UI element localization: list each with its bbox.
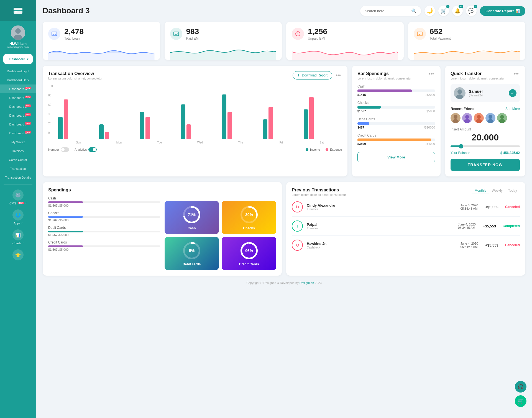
bar-spending-row: Cash $1415 /$2000 [357, 84, 435, 96]
sidebar-item-dashboard-3[interactable]: Dashboard 3 New [0, 84, 36, 93]
cart-float-button[interactable]: 🛒 [515, 395, 526, 407]
amount-slider-track [451, 145, 520, 147]
cms-label: CMS [9, 202, 16, 205]
bar-group [181, 104, 219, 139]
sidebar-section-favorites[interactable]: ⭐ [0, 247, 36, 262]
cart-badge: 2 [446, 5, 449, 8]
dashboard-nav-button[interactable]: Dashboard ▾ [3, 54, 33, 64]
sidebar-nav-label: Transaction Details [5, 176, 31, 179]
x-day-label: Wed [180, 141, 220, 144]
sidebar-item-dashboard-4[interactable]: Dashboard 4 New [0, 93, 36, 102]
amount-slider-thumb[interactable] [459, 144, 463, 148]
search-input[interactable] [365, 9, 409, 13]
message-icon-button[interactable]: 💬 5 [466, 6, 477, 16]
bar-spending-label: Cash [357, 84, 435, 88]
friend-avatar-5[interactable] [497, 113, 507, 123]
income-bar [222, 94, 226, 139]
sidebar-item-transaction[interactable]: Transaction [0, 164, 36, 173]
view-more-button[interactable]: View More [357, 152, 435, 162]
tab-weekly[interactable]: Weekly [489, 188, 505, 194]
gear-icon: ⚙️ [12, 189, 24, 201]
page-title: Dashboard 3 [43, 6, 90, 15]
sidebar-nav-label: My Wallet [11, 140, 25, 144]
svg-point-16 [457, 89, 462, 94]
sidebar-section-apps[interactable]: 🌐 Apps › [0, 207, 36, 227]
sidebar-item-dashboard-7[interactable]: Dashboard 7 New [0, 120, 36, 129]
svg-rect-1 [14, 10, 22, 11]
expense-legend: Expense [326, 148, 342, 151]
svg-point-25 [477, 115, 481, 119]
friend-avatar-3[interactable] [474, 113, 484, 123]
previous-transactions-card: Previous Transactions Lorem ipsum dolor … [286, 182, 525, 276]
bar-spendings-more-button[interactable]: ••• [428, 71, 435, 77]
tab-monthly[interactable]: Monthly [472, 188, 489, 194]
svg-text:71%: 71% [188, 212, 196, 217]
sidebar-item-invoices[interactable]: Invoices [0, 147, 36, 155]
download-btn-label: Download Report [302, 73, 328, 77]
prev-tx-subtitle: Lorem ipsum dolor sit amet, consectetur [292, 193, 346, 196]
sidebar-item-dashboard-6[interactable]: Dashboard 6 New [0, 111, 36, 120]
analytics-switch[interactable] [88, 147, 97, 152]
sidebar-nav-label: Dashboard Dark [7, 78, 29, 82]
sidebar-nav-label: Invoices [12, 149, 24, 153]
sidebar-item-dashboard-5[interactable]: Dashboard 5 New [0, 102, 36, 111]
sidebar-item-transaction-details[interactable]: Transaction Details [0, 173, 36, 182]
recent-friends [451, 113, 520, 123]
transaction-overview-card: Transaction Overview Lorem ipsum dolor s… [43, 66, 347, 176]
svg-point-14 [419, 34, 420, 35]
generate-report-button[interactable]: Generate Report 📊 [480, 6, 525, 16]
float-buttons: 🎧 🛒 [515, 381, 526, 407]
charts-icon: 📊 [12, 229, 24, 240]
tx-type: Transfer [307, 207, 335, 211]
download-report-button[interactable]: ⬇ Download Report [293, 71, 332, 80]
cash-label: Cash [48, 196, 160, 200]
friend-avatar-2[interactable] [462, 113, 472, 123]
unpaid-emi-label: Unpaid EMI [308, 37, 327, 40]
sidebar-logo [0, 0, 36, 21]
spending-max: /$4000 [426, 142, 435, 145]
new-badge: New [25, 87, 31, 89]
spendings-items: Cash $1,567 /$5,000 Checks $1,567 [48, 196, 160, 270]
sidebar-item-my-wallet[interactable]: My Wallet [0, 138, 36, 147]
bar-spending-row: Checks $1567 /$5000 [357, 101, 435, 113]
total-payment-label: Total Payment [430, 37, 451, 40]
y-label-60: 60 [48, 103, 57, 106]
tx-date: June 4, 2020 05:34:45 AM [461, 242, 478, 248]
friend-avatar-1[interactable] [451, 113, 461, 123]
credit-amount: $1,567 [48, 248, 58, 251]
message-badge: 5 [474, 5, 477, 8]
tab-today[interactable]: Today [505, 188, 520, 194]
moon-icon-button[interactable]: 🌙 [424, 6, 435, 16]
cart-icon-button[interactable]: 🛒 2 [438, 6, 449, 16]
income-bar [181, 104, 185, 139]
spending-max: /$5000 [426, 109, 435, 113]
tx-list: ↻ Cindy Alexandro Transfer June 5, 2020 … [292, 198, 520, 255]
sidebar-section-charts[interactable]: 📊 Charts › [0, 227, 36, 247]
see-more-link[interactable]: See More [505, 107, 520, 111]
income-legend: Income [306, 148, 320, 151]
tx-date: June 4, 2020 05:34:45 AM [458, 223, 476, 229]
sidebar-item-cards-center[interactable]: Cards Center [0, 155, 36, 164]
quick-transfer-more-button[interactable]: ••• [512, 71, 520, 77]
checks-label: Checks [48, 211, 160, 215]
support-float-button[interactable]: 🎧 [515, 381, 526, 393]
sidebar-item-dashboard-light[interactable]: Dashboard Light [0, 67, 36, 76]
sidebar-nav-label: Dashboard 3 [9, 87, 27, 91]
sidebar-nav-label: Cards Center [9, 158, 27, 161]
amount-value: 20.000 [451, 132, 520, 143]
friend-avatar-4[interactable] [485, 113, 495, 123]
bell-icon-button[interactable]: 🔔 12 [452, 6, 463, 16]
header: Dashboard 3 🔍 🌙 🛒 2 🔔 12 💬 5 Generate Re… [43, 6, 525, 16]
income-bar [304, 109, 308, 139]
footer-brand-link[interactable]: DexignLab [300, 281, 314, 284]
sidebar-section-cms[interactable]: ⚙️ CMS New › [0, 187, 36, 207]
number-switch[interactable] [61, 147, 69, 152]
x-day-label: Fri [261, 141, 301, 144]
number-toggle: Number [48, 147, 69, 152]
spending-item-debit: Debit Cards $1,567 /$5,000 [48, 226, 160, 237]
sidebar-item-dashboard-8[interactable]: Dashboard 8 New [0, 129, 36, 138]
total-payment-icon [414, 28, 426, 40]
more-options-button[interactable]: ••• [334, 73, 342, 78]
sidebar-item-dashboard-dark[interactable]: Dashboard Dark [0, 76, 36, 84]
transfer-now-button[interactable]: TRANSFER NOW [451, 159, 520, 171]
